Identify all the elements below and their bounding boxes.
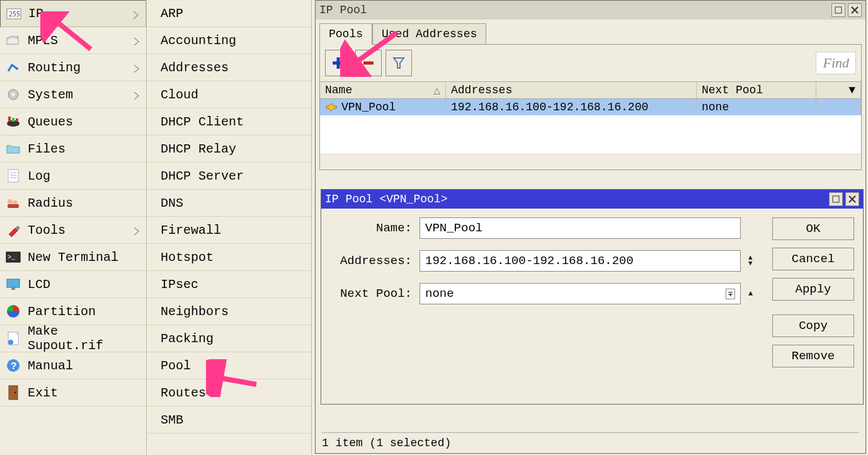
submenu-item-dhcp-client[interactable]: DHCP Client xyxy=(147,108,311,135)
menu-item-mpls[interactable]: MPLS xyxy=(0,27,146,54)
close-button[interactable] xyxy=(845,192,859,206)
submenu-label: Accounting xyxy=(161,33,236,48)
col-addresses-header[interactable]: Addresses xyxy=(446,82,697,98)
remove-button-edit[interactable]: Remove xyxy=(772,345,854,367)
menu-item-partition[interactable]: Partition xyxy=(0,298,146,325)
tab-pools[interactable]: Pools xyxy=(319,23,372,45)
toolbar: Find xyxy=(320,45,861,81)
mpls-icon xyxy=(5,32,21,49)
menu-item-system[interactable]: System xyxy=(0,81,146,108)
help-icon: ? xyxy=(5,357,21,374)
submenu-item-routes[interactable]: Routes xyxy=(147,379,311,406)
submenu-item-accounting[interactable]: Accounting xyxy=(147,27,311,54)
find-placeholder: Find xyxy=(823,55,849,71)
next-pool-expand[interactable]: ▲ xyxy=(748,289,762,298)
add-button[interactable] xyxy=(325,50,351,76)
ip-pool-tabs: Pools Used Addresses xyxy=(316,20,865,45)
gear-icon xyxy=(5,86,21,103)
submenu-item-arp[interactable]: ARP xyxy=(147,0,311,27)
status-text: 1 item (1 selected) xyxy=(322,437,451,449)
submenu-item-packing[interactable]: Packing xyxy=(147,325,311,352)
name-input[interactable] xyxy=(420,217,741,239)
cell-text: 192.168.16.100-192.168.16.200 xyxy=(451,101,648,113)
svg-point-5 xyxy=(11,93,15,96)
apply-button[interactable]: Apply xyxy=(772,278,854,301)
submenu-item-pool[interactable]: Pool xyxy=(147,352,311,379)
col-name-header[interactable]: Name△ xyxy=(320,82,446,98)
submenu-label: Addresses xyxy=(161,60,229,75)
menu-label: Queues xyxy=(28,115,141,129)
field-row-name: Name: xyxy=(330,217,762,239)
menu-item-tools[interactable]: Tools xyxy=(0,217,146,244)
cancel-button[interactable]: Cancel xyxy=(772,248,854,270)
terminal-icon: >_ xyxy=(5,249,21,265)
submenu-item-dhcp-relay[interactable]: DHCP Relay xyxy=(147,135,311,163)
svg-point-3 xyxy=(16,67,18,70)
ip-pool-titlebar[interactable]: IP Pool xyxy=(316,1,865,20)
submenu-item-ipsec[interactable]: IPsec xyxy=(147,271,311,298)
submenu-item-dhcp-server[interactable]: DHCP Server xyxy=(147,163,311,190)
ok-button[interactable]: OK xyxy=(772,217,854,240)
submenu-item-addresses[interactable]: Addresses xyxy=(147,54,311,81)
submenu-label: Firewall xyxy=(161,223,221,238)
submenu-label: ARP xyxy=(161,6,183,21)
submenu-caret-icon xyxy=(134,91,141,98)
menu-item-lcd[interactable]: LCD xyxy=(0,271,146,298)
submenu-label: Cloud xyxy=(161,88,198,102)
menu-item-new-terminal[interactable]: >_ New Terminal xyxy=(0,244,146,271)
svg-point-26 xyxy=(14,392,16,394)
log-icon xyxy=(5,168,21,184)
cell-spacer xyxy=(816,99,861,115)
table-row[interactable]: VPN_Pool 192.168.16.100-192.168.16.200 n… xyxy=(320,99,861,115)
cell-text: none xyxy=(702,101,729,113)
addresses-input[interactable] xyxy=(420,250,741,272)
svg-rect-28 xyxy=(833,196,839,202)
svg-rect-27 xyxy=(835,7,842,13)
submenu-item-dns[interactable]: DNS xyxy=(147,190,311,217)
submenu-item-firewall[interactable]: Firewall xyxy=(147,217,311,244)
menu-item-radius[interactable]: Radius xyxy=(0,190,146,217)
menu-item-make-supout[interactable]: Make Supout.rif xyxy=(0,325,146,352)
close-button[interactable] xyxy=(848,3,862,17)
minimize-button[interactable] xyxy=(829,192,843,206)
menu-item-queues[interactable]: Queues xyxy=(0,108,146,135)
edit-body: Name: Addresses: ▲ ▼ Next Pool: none xyxy=(321,209,863,376)
submenu-label: Routes xyxy=(161,386,206,400)
menu-item-ip[interactable]: 255 IP xyxy=(0,0,146,27)
menu-label: Partition xyxy=(28,304,141,319)
minimize-button[interactable] xyxy=(831,3,845,17)
menu-item-routing[interactable]: Routing xyxy=(0,54,146,81)
remove-button[interactable] xyxy=(355,50,382,76)
submenu-label: DHCP Relay xyxy=(161,142,236,156)
menu-item-manual[interactable]: ? Manual xyxy=(0,352,146,379)
menu-item-files[interactable]: Files xyxy=(0,135,146,163)
field-label: Addresses: xyxy=(330,254,412,268)
svg-rect-8 xyxy=(12,118,14,122)
plus-icon xyxy=(331,55,346,71)
col-menu-header[interactable]: ▼ xyxy=(816,82,861,98)
svg-text:>_: >_ xyxy=(8,254,16,261)
menu-item-exit[interactable]: Exit xyxy=(0,379,146,406)
menu-item-log[interactable]: Log xyxy=(0,163,146,190)
find-input[interactable]: Find xyxy=(816,52,856,74)
next-pool-select[interactable]: none ∓ xyxy=(420,283,741,304)
submenu-item-smb[interactable]: SMB xyxy=(147,406,311,434)
submenu-item-hotspot[interactable]: Hotspot xyxy=(147,244,311,271)
folder-icon xyxy=(5,141,21,157)
window-title: IP Pool xyxy=(319,4,829,16)
menu-label: IP xyxy=(28,6,133,21)
filter-button[interactable] xyxy=(385,50,412,76)
copy-button[interactable]: Copy xyxy=(772,314,854,337)
col-next-pool-header[interactable]: Next Pool xyxy=(697,82,816,98)
menu-label: Log xyxy=(28,169,141,183)
menu-label: System xyxy=(28,88,134,102)
field-row-next-pool: Next Pool: none ∓ ▲ xyxy=(330,283,762,304)
edit-titlebar[interactable]: IP Pool <VPN_Pool> xyxy=(321,190,863,209)
tab-used-addresses[interactable]: Used Addresses xyxy=(372,23,486,45)
menu-label: Routing xyxy=(28,60,134,75)
addresses-spinner[interactable]: ▲ ▼ xyxy=(748,255,762,267)
submenu-item-neighbors[interactable]: Neighbors xyxy=(147,298,311,325)
submenu-item-cloud[interactable]: Cloud xyxy=(147,81,311,108)
col-label: Addresses xyxy=(451,84,512,96)
triangle-up-icon: ▲ xyxy=(748,289,762,298)
